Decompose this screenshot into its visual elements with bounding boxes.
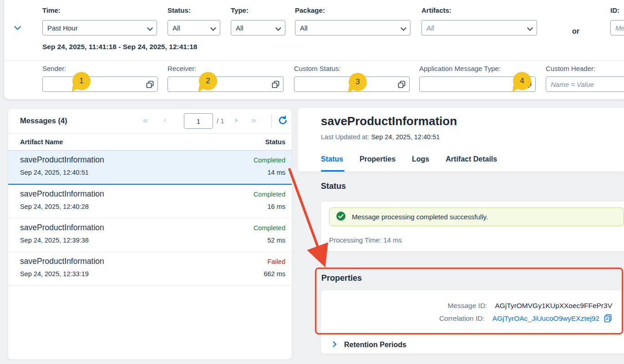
status-section-heading: Status [321,182,346,191]
filter-bar: Time: Past Hour Status: All Type: All Pa… [4,0,624,100]
message-id-input[interactable] [611,20,624,35]
time-filter-select[interactable]: Past Hour [42,20,157,35]
toolbar-separator [271,115,272,128]
tab-logs[interactable]: Logs [412,152,429,172]
value-help-icon[interactable] [271,80,280,89]
message-id-value: AGjTyrOMVGy1KUpXXoec9FFePr3V [495,302,612,310]
success-message-text: Message processing completed successfull… [352,213,488,221]
messages-title: Messages (4) [20,116,67,125]
step-badge-2: 2 [199,72,217,90]
package-filter-label: Package: [295,6,411,14]
success-check-icon [336,211,346,223]
type-filter-select[interactable]: All [231,20,285,35]
chevron-down-icon [527,25,533,31]
properties-rows: Message ID: AGjTyrOMVGy1KUpXXoec9FFePr3V… [321,290,624,323]
first-page-button[interactable]: « [143,115,148,125]
sender-input-wrap [42,76,158,92]
custom-header-input-wrap [546,76,624,92]
value-help-icon[interactable] [145,80,154,89]
last-page-button[interactable]: » [251,115,256,125]
status-filter: Status: All [167,6,220,35]
messages-panel-header: Messages (4) « ‹ / 1 › » [8,109,292,133]
next-page-button[interactable]: › [235,116,238,125]
status-badge: Completed [254,224,285,232]
chevron-down-icon [210,25,216,31]
artifacts-filter: Artifacts: All [421,6,537,35]
sender-filter: Sender: [42,65,158,92]
chevron-down-icon [401,25,406,31]
type-filter: Type: All [231,6,285,35]
sender-input[interactable] [43,77,157,91]
application-message-type-label: Application Message Type: [419,65,536,72]
message-id-row: Message ID: AGjTyrOMVGy1KUpXXoec9FFePr3V [321,302,612,310]
id-filter: ID: [610,6,624,35]
collapse-filters-chevron-icon[interactable] [14,24,21,32]
artifacts-filter-select[interactable]: All [421,20,537,35]
filter-divider [4,61,624,61]
page-number-input[interactable] [184,113,213,129]
message-row[interactable]: saveProductInformationFailed Sep 24, 202… [8,252,292,286]
value-help-icon[interactable] [397,80,406,89]
time-range-text: Sep 24, 2025, 11:41:18 - Sep 24, 2025, 1… [42,43,197,51]
custom-status-filter-label: Custom Status: [294,65,410,72]
properties-section-heading: Properties [321,273,362,283]
id-filter-label: ID: [610,6,624,14]
step-badge-4: 4 [513,72,531,90]
correlation-id-row: Correlation ID: AGjTyrOAc_JiUucoO9wyEXzt… [321,314,612,323]
custom-header-filter-label: Custom Header: [546,65,624,72]
detail-tabs: Status Properties Logs Artifact Details [321,152,497,172]
chevron-right-icon [333,341,337,349]
custom-header-filter: Custom Header: [546,65,624,92]
time-filter-label: Time: [42,6,157,14]
copy-icon[interactable] [604,314,612,323]
custom-header-input[interactable] [546,77,624,91]
properties-card: Message ID: AGjTyrOMVGy1KUpXXoec9FFePr3V… [321,290,624,354]
message-row[interactable]: saveProductInformationCompleted Sep 24, … [8,218,292,252]
message-detail-header: saveProductInformation Last Updated at: … [298,108,624,172]
refresh-icon[interactable] [278,115,288,127]
status-card: Message processing completed successfull… [321,202,624,251]
previous-page-button[interactable]: ‹ [163,116,166,125]
tab-status[interactable]: Status [321,152,343,172]
tab-artifact-details[interactable]: Artifact Details [446,152,497,172]
column-status: Status [265,138,285,146]
message-monitoring-screen: Time: Past Hour Status: All Type: All Pa… [0,0,624,364]
tab-properties[interactable]: Properties [360,152,396,172]
processing-time-text: Processing Time: 14 ms [329,236,402,244]
status-badge: Failed [268,258,286,265]
messages-column-header: Artifact Name Status [8,133,292,151]
sender-filter-label: Sender: [42,65,158,72]
package-filter: Package: All [295,6,411,35]
page-total-label: / 1 [217,117,224,125]
status-badge: Completed [254,191,285,198]
chevron-down-icon [147,25,153,31]
status-filter-select[interactable]: All [167,20,220,35]
receiver-input[interactable] [168,77,283,91]
correlation-id-link[interactable]: AGjTyrOAc_JiUucoO9wyEXztej92 [492,314,599,323]
status-badge: Completed [254,157,285,164]
step-badge-3: 3 [349,73,367,91]
retention-periods-expander[interactable]: Retention Periods [321,336,624,354]
package-filter-select[interactable]: All [295,20,411,35]
time-filter: Time: Past Hour [42,6,157,35]
artifacts-filter-label: Artifacts: [421,6,537,14]
receiver-filter: Receiver: [167,65,284,92]
column-artifact-name: Artifact Name [20,138,63,146]
success-message-strip: Message processing completed successfull… [329,207,624,226]
receiver-input-wrap [167,76,284,92]
message-row[interactable]: saveProductInformationCompleted Sep 24, … [8,151,292,185]
id-input-wrap [610,20,624,35]
status-filter-label: Status: [167,6,220,14]
receiver-filter-label: Receiver: [167,65,284,72]
messages-panel: Messages (4) « ‹ / 1 › » Artifact Name S… [8,109,292,359]
type-filter-label: Type: [231,6,285,14]
active-tab-underline [321,170,345,172]
detail-title: saveProductInformation [321,114,457,128]
message-row[interactable]: saveProductInformationCompleted Sep 24, … [8,185,292,218]
last-updated: Last Updated at: Sep 24, 2025, 12:40:51 [321,133,440,141]
chevron-down-icon [275,25,281,31]
or-label: or [572,27,579,35]
step-badge-1: 1 [72,72,91,90]
